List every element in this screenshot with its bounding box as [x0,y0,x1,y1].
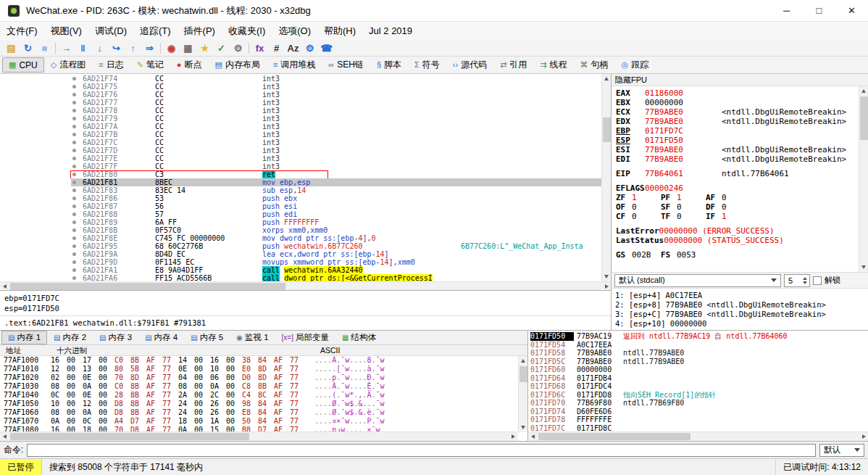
breakpoint-dot[interactable] [72,181,76,184]
hash-icon[interactable]: # [268,41,285,55]
scrollbar-thumb[interactable] [538,433,690,440]
disasm-row[interactable]: 6AD21F74CCint3 [0,75,611,83]
tab-graph[interactable]: ◇流程图 [44,57,92,73]
tab-threads[interactable]: ⇉线程 [533,57,573,73]
argument-row[interactable]: 2: [esp+8] 77B9ABE0 <ntdll.DbgUiRemoteBr… [615,300,868,310]
font-icon[interactable]: Az [285,41,301,55]
stack-row[interactable]: 0171FD6000000000 [528,365,868,374]
register-row[interactable]: ESI77B9ABE0<ntdll.DbgUiRemoteBreakin> [616,145,868,154]
register-row[interactable]: EFLAGS00000246 [616,183,868,193]
trace-record-icon[interactable]: ◉ [163,41,180,55]
open-file-icon[interactable]: ▤ [3,41,20,55]
spinner-up-icon[interactable] [803,277,807,280]
tab-handles[interactable]: ⌘句柄 [574,57,615,73]
stack-row[interactable]: 0171FD74D60FE6D6 [528,408,868,416]
breakpoint-dot[interactable] [72,157,76,160]
disasm-row[interactable]: 6AD21F7DCCint3 [0,146,611,154]
pause-icon[interactable]: ‖ [75,41,91,55]
scrollbar-thumb[interactable] [10,433,249,440]
disasm-row[interactable]: 6AD21F8756push esi [0,202,611,210]
calling-convention-select[interactable]: 默认 (stdcall) [614,274,781,287]
scroll-left-arrow-icon[interactable] [3,434,7,439]
stack-horizontal-scrollbar[interactable] [528,431,868,441]
breakpoint-dot[interactable] [72,236,76,240]
tab-dump-5[interactable]: ▤内存 5 [184,331,230,344]
memory-row[interactable]: 77AF10700A000C00A4D7AF7718001A005084AF77… [0,417,527,426]
register-row[interactable]: EBX00000000 [616,98,868,107]
stack-row[interactable]: 0171FD54A0C17EEA [528,341,868,350]
disasm-row[interactable]: 6AD21F7CCCint3 [0,139,611,146]
register-row[interactable]: EBP0171FD7C [616,126,868,136]
breakpoint-dot[interactable] [72,149,76,152]
memory-row[interactable]: 77AF106008000A00D88BAF7724002600E884AF77… [0,408,527,417]
tab-breakpoints[interactable]: ●断点 [170,57,209,73]
breakpoint-dot[interactable] [72,133,76,136]
run-to-cursor-icon[interactable]: ⇒ [141,41,158,55]
stack-pane[interactable]: 0171FD5077B9AC19返回到 ntdll.77B9AC19 自 ntd… [527,330,868,441]
breakpoint-dot[interactable] [72,212,76,216]
step-over-icon[interactable]: ↪ [108,41,125,55]
register-row[interactable]: GS002BFS0053 [616,250,868,260]
tab-trace[interactable]: ◎跟踪 [615,57,656,73]
favourites-icon[interactable]: ★ [196,41,213,55]
breakpoint-dot[interactable] [72,189,76,192]
argument-row[interactable]: 1: [esp+4] A0C17EEA [615,291,868,300]
memory-dump-pane[interactable]: 地址 十六进制 ASCII 77AF100016001700C08BAF7714… [0,344,527,441]
stack-row[interactable]: 0171FD78FFFFFFFE [528,416,868,424]
disassembly-vertical-scrollbar[interactable] [601,74,611,281]
disasm-row[interactable]: 6AD21F9A8D4D EClea ecx,dword ptr ss:[ebp… [0,250,611,258]
check-icon[interactable]: ✓ [213,41,230,55]
breakpoint-dot[interactable] [72,228,76,232]
menu-item-3[interactable]: 调试(D) [88,22,133,40]
memory-row[interactable]: 77AF100016001700C08BAF77140016003884AF77… [0,356,527,365]
tab-cpu[interactable]: ▦CPU [2,57,44,73]
disasm-row[interactable]: 6AD21F896A FFpush FFFFFFFF [0,218,611,226]
tab-source[interactable]: ‹›源代码 [446,57,493,73]
memory-vertical-scrollbar[interactable] [518,356,527,432]
scrollbar-thumb[interactable] [860,96,868,140]
breakpoint-dot[interactable] [72,205,76,208]
close-button[interactable]: ✕ [835,0,868,21]
command-profile-select[interactable]: 默认 [819,444,864,457]
register-row[interactable]: ECX77B9ABE0<ntdll.DbgUiRemoteBreakin> [616,107,868,117]
memory-row[interactable]: 77AF101012001300805BAF770E001000E08DAF77… [0,365,527,373]
menu-item-2[interactable]: 视图(V) [44,22,88,40]
memory-horizontal-scrollbar[interactable] [0,431,518,441]
disasm-row[interactable]: 6AD21F8653push ebx [0,194,611,202]
disasm-row[interactable]: 6AD21F7ECCint3 [0,154,611,162]
disasm-row[interactable]: 6AD21F76CCint3 [0,91,611,99]
disassembly-horizontal-scrollbar[interactable] [0,281,612,290]
tab-notes[interactable]: ✎笔记 [130,57,170,73]
restart-icon[interactable]: ↻ [20,41,36,55]
stack-row[interactable]: 0171FD640171FDB4 [528,374,868,383]
menu-item-8[interactable]: 帮助(H) [317,22,362,40]
argument-row[interactable]: 3: [esp+C] 77B9ABE0 <ntdll.DbgUiRemoteBr… [615,310,868,319]
breakpoint-dot[interactable] [72,77,76,80]
breakpoint-dot[interactable] [72,141,76,144]
breakpoint-dot[interactable] [72,101,76,104]
breakpoint-dot[interactable] [72,276,76,280]
register-row[interactable]: EAX01186000 [616,88,868,98]
memory-row[interactable]: 77AF10400C000E00288BAF772A002C00C48CAF77… [0,391,527,400]
disassembly-pane[interactable]: 6AD21F74CCint36AD21F75CCint36AD21F76CCin… [0,74,612,290]
scroll-left-arrow-icon[interactable] [3,284,7,289]
disasm-row[interactable]: 6AD21F8EC745 FC 00000000mov dword ptr ss… [0,234,611,242]
register-row[interactable]: ZF1PF1AF0 [616,193,868,202]
spinner-down-icon[interactable] [803,281,807,284]
argument-count-spinner[interactable]: 5 [784,274,810,287]
stack-row[interactable]: 0171FD7077B69F80ntdll.77B69F80 [528,399,868,408]
tab-references[interactable]: ⇄引用 [493,57,533,73]
breakpoint-dot[interactable] [72,260,76,264]
menu-item-4[interactable]: 追踪(T) [133,22,178,40]
scroll-right-arrow-icon[interactable] [605,284,609,289]
disasm-row[interactable]: 6AD21F77CCint3 [0,99,611,107]
hide-fpu-button[interactable]: 隐藏FPU [615,75,647,84]
command-input[interactable] [27,444,816,457]
breakpoint-dot[interactable] [72,173,76,176]
tab-call-stack[interactable]: ≡调用堆栈 [267,57,322,73]
disasm-row[interactable]: 6AD21F8B0F57C0xorps xmm0,xmm0 [0,226,611,234]
scroll-up-arrow-icon[interactable] [861,89,866,93]
tab-log[interactable]: ≡日志 [92,57,130,73]
stack-row[interactable]: 0171FD5877B9ABE0ntdll.77B9ABE0 [528,349,868,358]
disasm-row[interactable]: 6AD21F75CCint3 [0,83,611,91]
